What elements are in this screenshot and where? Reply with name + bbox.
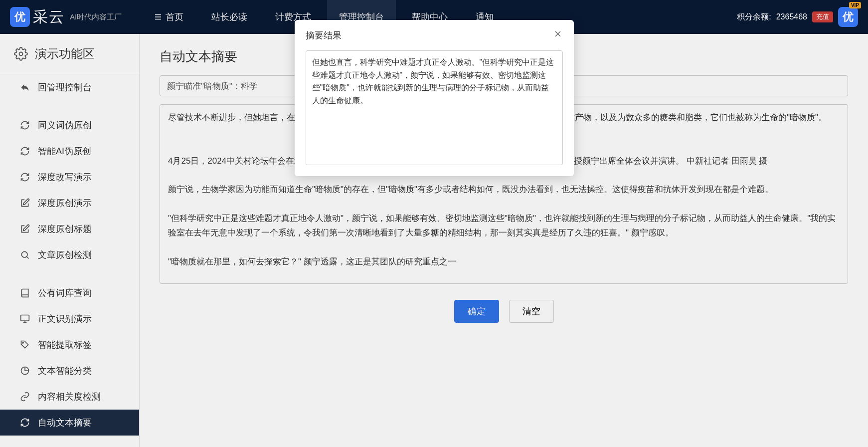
modal-header: 摘要结果 — [295, 20, 574, 50]
close-icon[interactable] — [553, 29, 563, 41]
modal-body: 但她也直言，科学研究中难题才真正令人激动。"但科学研究中正是这些难题才真正地令人… — [295, 50, 574, 176]
summary-modal: 摘要结果 但她也直言，科学研究中难题才真正令人激动。"但科学研究中正是这些难题才… — [295, 20, 574, 176]
modal-title: 摘要结果 — [306, 29, 342, 41]
summary-output[interactable]: 但她也直言，科学研究中难题才真正令人激动。"但科学研究中正是这些难题才真正地令人… — [306, 50, 563, 165]
